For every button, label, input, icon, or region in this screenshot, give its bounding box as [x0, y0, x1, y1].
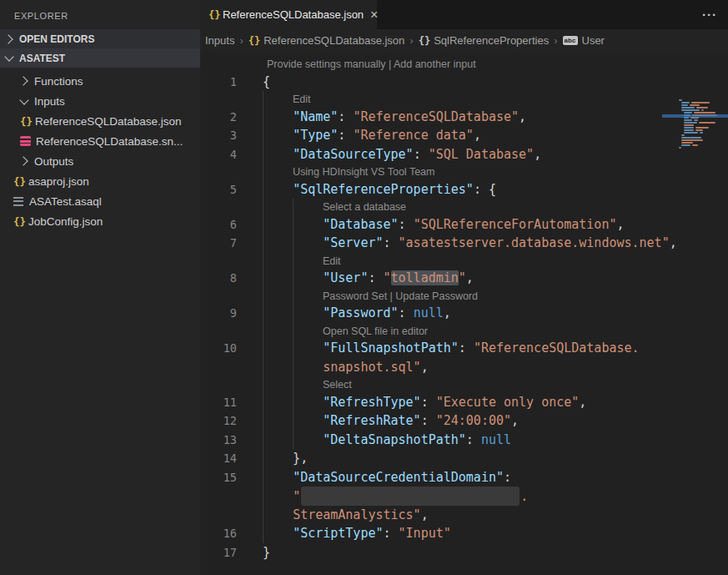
code-editor[interactable]: Provide settings manually | Add another … — [200, 52, 728, 562]
minimap-segment — [701, 109, 704, 111]
codelens-row[interactable]: Password Set | Update Password — [200, 288, 728, 305]
code-line[interactable]: 14 }, — [200, 449, 728, 468]
line-number: 10 — [200, 339, 237, 358]
minimap-segment — [692, 144, 698, 146]
code-text: "DataSourceCredentialDomain": — [263, 468, 511, 487]
line-number: 15 — [200, 468, 237, 487]
codelens-link[interactable]: Using HDInsight VS Tool Team — [293, 164, 434, 181]
code-line[interactable]: 12 "RefreshRate": "24:00:00", — [200, 411, 728, 431]
minimap-line — [681, 109, 728, 111]
code-token: " — [459, 270, 466, 285]
code-token — [263, 395, 323, 410]
codelens-link[interactable]: Provide settings manually | Add another … — [267, 56, 476, 73]
code-line[interactable]: 15 "DataSourceCredentialDomain": — [200, 468, 728, 487]
codelens-row[interactable]: Edit — [200, 91, 728, 108]
code-token: "DataSourceCredentialDomain" — [293, 470, 504, 485]
section-asatest[interactable]: ASATEST — [0, 48, 200, 68]
minimap-segment — [681, 107, 695, 108]
tree-item-label: ReferenceSQLDatabase.sn... — [36, 135, 183, 148]
code-token: , — [466, 270, 474, 285]
code-token: "DeltaSnapshotPath" — [323, 432, 466, 447]
tree-item-referencesqldatabase-sn[interactable]: ReferenceSQLDatabase.sn... — [0, 131, 200, 151]
code-line[interactable]: 11 "RefreshType": "Execute only once", — [200, 393, 728, 412]
breadcrumb-separator: › — [409, 34, 413, 47]
more-actions-icon[interactable]: ··· — [702, 8, 728, 22]
code-line[interactable]: 5 "SqlReferenceProperties": { — [200, 180, 728, 199]
tree-item-inputs[interactable]: Inputs — [0, 91, 200, 111]
code-line[interactable]: 9 "Password": null, — [200, 304, 728, 323]
tree-item-jobconfig-json[interactable]: {}JobConfig.json — [0, 211, 200, 231]
code-token: "SQLReferenceForAutomation" — [414, 217, 617, 232]
minimap-line — [681, 104, 728, 106]
code-line[interactable]: StreamAnalystics", — [200, 506, 728, 525]
code-line[interactable]: snapshot.sql", — [200, 358, 728, 377]
breadcrumb-item-inputs[interactable]: Inputs — [205, 34, 234, 47]
code-token: : — [466, 432, 481, 447]
breadcrumb-item-referencesqldatabase-json[interactable]: {}ReferenceSQLDatabase.json — [249, 34, 405, 47]
code-line[interactable]: 6 "Database": "SQLReferenceForAutomation… — [200, 215, 728, 235]
codelens-link[interactable]: Edit — [323, 253, 341, 270]
indent-guide — [293, 323, 294, 340]
codelens-row[interactable]: Edit — [200, 253, 728, 270]
code-line[interactable]: 13 "DeltaSnapshotPath": null — [200, 431, 728, 450]
section-label: ASATEST — [19, 53, 65, 64]
code-token: " — [384, 270, 391, 285]
tree-item-asatest-asaql[interactable]: ASATest.asaql — [0, 191, 200, 211]
minimap-segment — [681, 142, 693, 144]
section-open-editors[interactable]: OPEN EDITORS — [0, 29, 200, 48]
json-braces-icon: {} — [13, 215, 28, 228]
minimap-line — [684, 122, 728, 124]
breadcrumb-separator: › — [239, 34, 243, 47]
redacted-value-box — [301, 487, 520, 506]
tree-item-referencesqldatabase-json[interactable]: {}ReferenceSQLDatabase.json — [0, 111, 200, 131]
code-token: "Type" — [293, 128, 338, 143]
breadcrumb-label: ReferenceSQLDatabase.json — [264, 34, 404, 47]
code-line[interactable]: 16 "ScriptType": "Input" — [200, 524, 728, 543]
code-line[interactable]: 8 "User": "tolladmin", — [200, 269, 728, 288]
codelens-row[interactable]: Open SQL file in editor — [200, 323, 728, 340]
line-number: 1 — [200, 73, 237, 92]
tree-item-functions[interactable]: Functions — [0, 71, 200, 91]
breadcrumb-item-sqlreferenceproperties[interactable]: {}SqlReferenceProperties — [419, 34, 549, 47]
indent-guide — [263, 91, 264, 108]
code-line[interactable]: 7 "Server": "asatestserver.database.wind… — [200, 234, 728, 253]
minimap-segment — [684, 112, 692, 113]
minimap-segment — [696, 107, 708, 108]
code-token — [263, 413, 323, 428]
codelens-row[interactable]: Provide settings manually | Add another … — [200, 56, 728, 73]
minimap[interactable] — [667, 99, 728, 151]
code-token: "Input" — [399, 526, 451, 541]
code-line[interactable]: 1{ — [200, 73, 728, 92]
code-line[interactable]: 3 "Type": "Reference data", — [200, 126, 728, 145]
codelens-row[interactable]: Select — [200, 376, 728, 393]
close-icon[interactable]: × — [370, 8, 378, 22]
code-token: "RefreshType" — [323, 395, 420, 410]
code-lines: Provide settings manually | Add another … — [200, 56, 728, 562]
code-token: , — [421, 507, 429, 522]
code-token: , — [519, 109, 526, 124]
breadcrumb-item-user[interactable]: abcUser — [563, 34, 605, 47]
line-number: 13 — [200, 431, 237, 450]
code-line[interactable]: 17} — [200, 543, 728, 562]
code-token: , — [511, 413, 519, 428]
code-line[interactable]: 10 "FullSnapshotPath": "ReferenceSQLData… — [200, 339, 728, 358]
tree-item-outputs[interactable]: Outputs — [0, 151, 200, 171]
code-line[interactable]: 4 "DataSourceType": "SQL Database", — [200, 145, 728, 164]
code-line[interactable]: ". — [200, 487, 728, 506]
code-text: "RefreshType": "Execute only once", — [263, 393, 586, 412]
codelens-link[interactable]: Password Set | Update Password — [323, 288, 478, 305]
code-line[interactable]: 2 "Name": "ReferenceSQLDatabase", — [200, 108, 728, 127]
codelens-link[interactable]: Select a database — [323, 199, 406, 216]
codelens-link[interactable]: Open SQL file in editor — [323, 323, 428, 340]
tree-item-asaproj-json[interactable]: {}asaproj.json — [0, 171, 200, 191]
code-token — [263, 128, 293, 143]
tab-referencesqldatabase-json[interactable]: {} ReferenceSQLDatabase.json × — [200, 0, 377, 29]
codelens-row[interactable]: Select a database — [200, 199, 728, 215]
codelens-link[interactable]: Select — [323, 376, 352, 394]
code-token — [263, 305, 323, 320]
code-token: : { — [474, 182, 496, 197]
codelens-row[interactable]: Using HDInsight VS Tool Team — [200, 164, 728, 180]
minimap-viewport[interactable] — [662, 114, 728, 118]
line-number: 11 — [200, 393, 237, 412]
codelens-link[interactable]: Edit — [293, 91, 311, 108]
